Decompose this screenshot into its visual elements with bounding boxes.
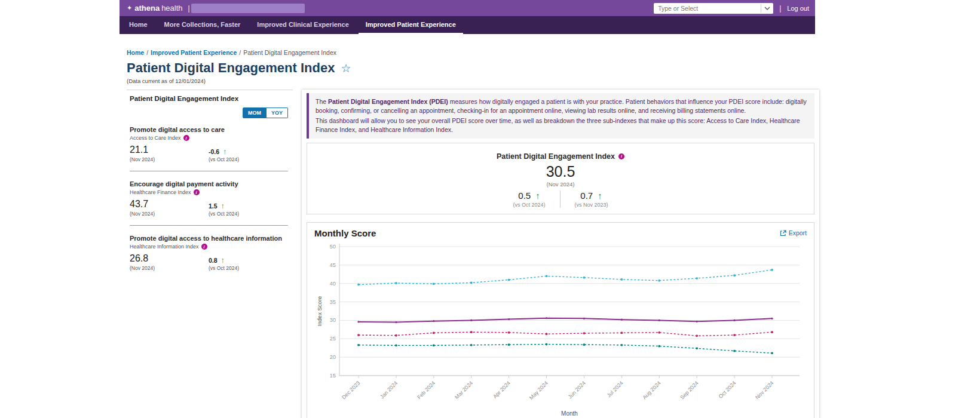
info-icon[interactable]: i: [618, 153, 624, 159]
scorecard-period: (Nov 2024): [313, 181, 808, 188]
svg-text:Feb 2024: Feb 2024: [416, 380, 436, 400]
divider: [130, 171, 288, 171]
delta-value: 0.5: [518, 190, 531, 201]
breadcrumb-current: Patient Digital Engagement Index: [243, 49, 336, 56]
mom-toggle-button[interactable]: MOM: [243, 107, 267, 118]
metric-period: (Nov 2024): [130, 211, 209, 217]
divider: [130, 225, 288, 226]
banner-bold-text: Patient Digital Engagement Index (PDEI): [328, 98, 448, 105]
breadcrumb-separator: /: [146, 49, 148, 56]
svg-text:45: 45: [329, 261, 336, 268]
breadcrumb-separator: /: [239, 49, 241, 56]
svg-text:Jan 2024: Jan 2024: [379, 380, 399, 399]
metric-value: 26.8: [130, 253, 209, 264]
metric-delta: -0.6: [209, 148, 219, 155]
nav-item-home[interactable]: Home: [122, 17, 155, 34]
svg-text:Sep 2024: Sep 2024: [679, 380, 699, 400]
scorecard-value: 30.5: [313, 163, 808, 180]
nav-item-improved-clinical[interactable]: Improved Clinical Experience: [250, 17, 356, 34]
practice-select-placeholder: Type or Select: [658, 5, 698, 12]
metric-delta-period: (vs Oct 2024): [209, 265, 239, 271]
banner-text: This dashboard will allow you to see you…: [316, 116, 808, 134]
svg-text:Jul 2024: Jul 2024: [606, 380, 624, 398]
sidebar-heading: Patient Digital Engagement Index: [130, 95, 288, 102]
svg-text:40: 40: [329, 279, 336, 286]
favorite-star-icon[interactable]: ☆: [341, 63, 351, 74]
monthly-score-svg: 1520253035404550Dec 2023Jan 2024Feb 2024…: [314, 241, 807, 418]
metric-index-name: Access to Care Index: [130, 135, 181, 141]
main-nav: Home More Collections, Faster Improved C…: [120, 16, 815, 34]
svg-text:20: 20: [329, 354, 336, 360]
scorecard-title: Patient Digital Engagement Index: [497, 152, 615, 161]
athenahealth-logo-icon: ✦: [127, 4, 132, 12]
metric-index-name: Healthcare Information Index: [130, 244, 199, 250]
page-content: Home/Improved Patient Experience/Patient…: [120, 34, 815, 418]
info-icon[interactable]: i: [201, 244, 207, 250]
breadcrumb-home-link[interactable]: Home: [127, 49, 144, 56]
export-button[interactable]: Export: [780, 229, 807, 236]
athenahealth-logo: ✦athenahealth |: [127, 4, 191, 13]
nav-item-more-collections[interactable]: More Collections, Faster: [157, 17, 248, 34]
up-arrow-icon: ↑: [535, 191, 540, 200]
up-arrow-icon: ↑: [221, 256, 225, 264]
metric-delta-period: (vs Oct 2024): [209, 211, 239, 217]
delta-vs-prev-year: 0.7 ↑ (vs Nov 2023): [561, 190, 623, 208]
svg-text:May 2024: May 2024: [528, 380, 549, 401]
yoy-toggle-button[interactable]: YOY: [267, 107, 288, 118]
up-arrow-icon: ↑: [223, 147, 227, 155]
metric-delta: 0.8: [209, 257, 218, 264]
svg-text:Dec 2023: Dec 2023: [341, 380, 361, 400]
svg-text:Month: Month: [561, 410, 578, 417]
metric-title: Promote digital access to healthcare inf…: [130, 235, 288, 242]
svg-text:Oct 2024: Oct 2024: [718, 380, 737, 399]
metric-value: 21.1: [130, 145, 209, 155]
svg-text:30: 30: [329, 316, 336, 323]
svg-text:Mar 2024: Mar 2024: [454, 380, 474, 400]
logo-health-text: health: [161, 4, 182, 13]
breadcrumb-section-link[interactable]: Improved Patient Experience: [151, 49, 237, 56]
export-icon: [780, 230, 786, 236]
app-window: ✦athenahealth | Type or Select | Log out…: [120, 0, 815, 418]
pdei-description-banner: The Patient Digital Engagement Index (PD…: [307, 93, 814, 139]
chevron-down-icon: [761, 4, 773, 13]
info-icon[interactable]: i: [183, 135, 189, 141]
svg-text:Index Score: Index Score: [316, 296, 323, 326]
metric-period: (Nov 2024): [130, 265, 209, 271]
global-search-input[interactable]: [191, 4, 305, 13]
monthly-score-title: Monthly Score: [314, 228, 376, 238]
header-divider: |: [779, 4, 781, 13]
up-arrow-icon: ↑: [598, 191, 602, 200]
nav-item-improved-patient[interactable]: Improved Patient Experience: [359, 17, 463, 34]
metric-delta-period: (vs Oct 2024): [209, 156, 239, 162]
info-icon[interactable]: i: [194, 189, 200, 195]
monthly-score-chart: 1520253035404550Dec 2023Jan 2024Feb 2024…: [314, 241, 807, 418]
metric-title: Encourage digital payment activity: [130, 180, 288, 188]
up-arrow-icon: ↑: [221, 202, 225, 210]
index-summary-sidebar: Patient Digital Engagement Index MOM YOY…: [127, 90, 293, 418]
delta-vs-prev-month: 0.5 ↑ (vs Oct 2024): [498, 190, 559, 208]
top-header: ✦athenahealth | Type or Select | Log out: [120, 0, 815, 16]
banner-text: The: [316, 98, 328, 105]
svg-text:Nov 2024: Nov 2024: [754, 380, 774, 400]
dashboard-panel: The Patient Digital Engagement Index (PD…: [302, 90, 819, 418]
delta-value: 0.7: [580, 190, 593, 201]
metric-title: Promote digital access to care: [130, 126, 288, 133]
svg-text:15: 15: [329, 372, 336, 379]
logout-link[interactable]: Log out: [787, 5, 809, 12]
metric-period: (Nov 2024): [130, 156, 209, 162]
delta-period: (vs Nov 2023): [575, 202, 608, 208]
page-title: Patient Digital Engagement Index: [127, 60, 335, 76]
svg-text:25: 25: [329, 335, 336, 342]
practice-select[interactable]: Type or Select: [654, 3, 773, 14]
period-toggle: MOM YOY: [130, 107, 288, 118]
metric-index-name: Healthcare Finance Index: [130, 189, 191, 195]
metric-healthcare-finance: Encourage digital payment activity Healt…: [130, 173, 288, 224]
pdei-score-card: Patient Digital Engagement Index i 30.5 …: [307, 143, 814, 214]
metric-delta: 1.5: [209, 202, 218, 210]
logo-divider: |: [188, 4, 190, 13]
metric-healthcare-information: Promote digital access to healthcare inf…: [130, 227, 288, 278]
metric-value: 43.7: [130, 199, 209, 210]
breadcrumb: Home/Improved Patient Experience/Patient…: [127, 49, 815, 56]
svg-text:35: 35: [329, 298, 336, 305]
logo-athena-text: athena: [134, 4, 160, 13]
